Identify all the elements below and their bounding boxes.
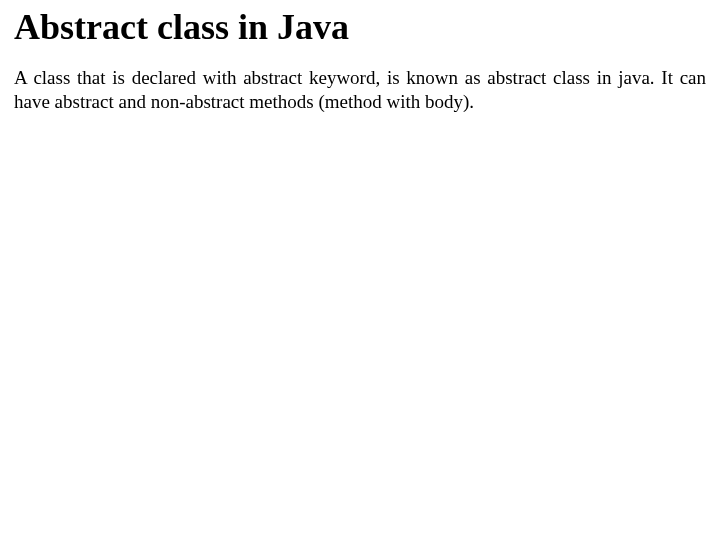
page-title: Abstract class in Java [14,8,706,48]
body-paragraph: A class that is declared with abstract k… [14,66,706,115]
